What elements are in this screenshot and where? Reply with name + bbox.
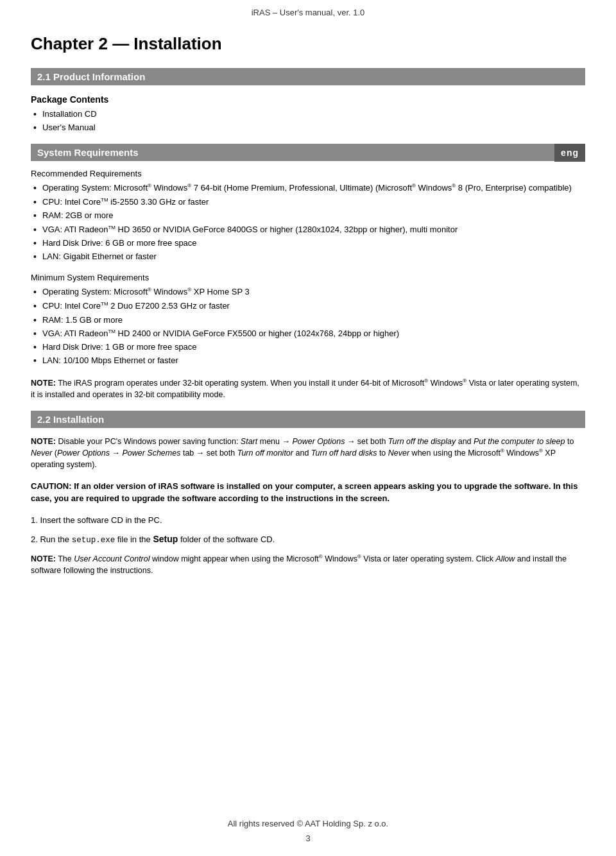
section-21-header: 2.1 Product Information [31,68,585,85]
note-3: NOTE: The User Account Control window mi… [31,553,585,576]
list-item: VGA: ATI RadeonTM HD 3650 or NVIDIA GeFo… [31,224,585,236]
list-item: RAM: 2GB or more [31,210,585,221]
footer-copyright: All rights reserved © AAT Holding Sp. z … [31,819,585,828]
eng-badge: eng [554,144,585,162]
section-21: 2.1 Product Information Package Contents… [31,68,585,400]
minimum-title: Minimum System Requirements [31,273,585,282]
note-1-text: The iRAS program operates under 32-bit o… [31,379,579,399]
step-2-text: Run the setup.exe file in the Setup fold… [40,535,275,544]
note-1: NOTE: The iRAS program operates under 32… [31,377,585,400]
page-number: 3 [31,834,585,843]
list-item: RAM: 1.5 GB or more [31,314,585,326]
package-contents-title: Package Contents [31,94,585,105]
note-2-text: Disable your PC's Windows power saving f… [31,437,574,469]
minimum-requirements: Minimum System Requirements Operating Sy… [31,273,585,366]
system-requirements-header: System Requirements [31,144,585,161]
step-1-number: 1. [31,515,40,525]
note-3-label: NOTE: [31,554,56,563]
step-2-number: 2. [31,535,40,544]
note-2-label: NOTE: [31,437,56,446]
list-item: LAN: Gigabit Ethernet or faster [31,251,585,262]
minimum-list: Operating System: Microsoft® Windows® XP… [31,286,585,366]
caution-text: CAUTION: If an older version of iRAS sof… [31,480,585,505]
list-item: LAN: 10/100 Mbps Ethernet or faster [31,355,585,366]
recommended-title: Recommended Requirements [31,169,585,178]
package-contents-list: Installation CD User's Manual [31,108,585,133]
list-item: Hard Disk Drive: 1 GB or more free space [31,341,585,353]
header-title: iRAS – User's manual, ver. 1.0 [252,8,365,17]
section-22: 2.2 Installation NOTE: Disable your PC's… [31,411,585,576]
page-header: iRAS – User's manual, ver. 1.0 [31,0,585,22]
list-item: CPU: Intel CoreTM 2 Duo E7200 2.53 GHz o… [31,300,585,312]
step-1-text: Insert the software CD in the PC. [40,515,162,525]
step-2: 2. Run the setup.exe file in the Setup f… [31,533,585,547]
note-2: NOTE: Disable your PC's Windows power sa… [31,436,585,471]
package-contents: Package Contents Installation CD User's … [31,94,585,133]
note-3-text: The User Account Control window might ap… [31,554,567,575]
list-item: Operating System: Microsoft® Windows® XP… [31,286,585,298]
step-1: 1. Insert the software CD in the PC. [31,514,585,527]
recommended-list: Operating System: Microsoft® Windows® 7 … [31,182,585,262]
list-item: CPU: Intel CoreTM i5-2550 3.30 GHz or fa… [31,196,585,209]
recommended-requirements: Recommended Requirements Operating Syste… [31,169,585,262]
list-item: Hard Disk Drive: 6 GB or more free space [31,237,585,249]
note-1-label: NOTE: [31,379,56,388]
footer: All rights reserved © AAT Holding Sp. z … [31,819,585,843]
system-requirements-section: System Requirements eng [31,144,585,161]
list-item: User's Manual [31,122,585,133]
chapter-title: Chapter 2 — Installation [31,34,585,54]
list-item: Installation CD [31,108,585,120]
section-22-header: 2.2 Installation [31,411,585,428]
list-item: Operating System: Microsoft® Windows® 7 … [31,182,585,194]
list-item: VGA: ATI RadeonTM HD 2400 or NVIDIA GeFo… [31,328,585,340]
